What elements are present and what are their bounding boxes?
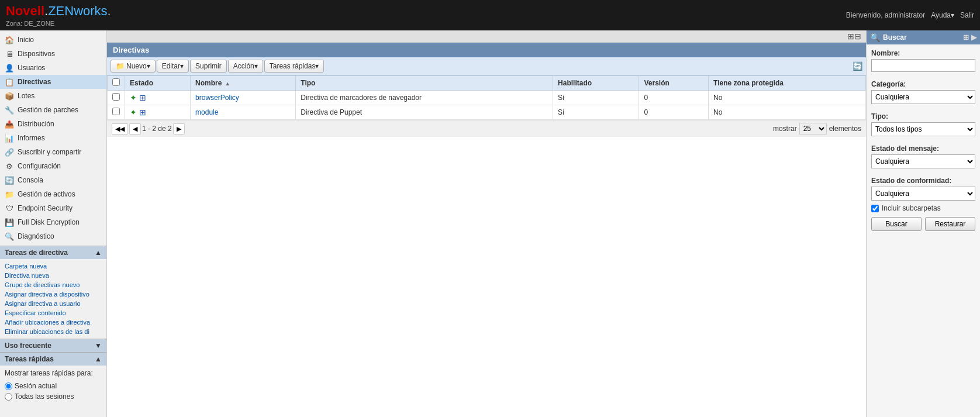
row-version-2: 0 [639,105,709,120]
row-estado-1: ✦ ⊞ [125,91,191,105]
sidebar-item-gestion_activos[interactable]: 📁Gestión de activos [0,187,106,201]
tareas-link[interactable]: Especificar contenido [5,308,102,318]
row-checkbox-2[interactable] [112,108,120,115]
row-checkbox-cell-1 [108,91,125,105]
tareas-link[interactable]: Carpeta nueva [5,261,102,271]
close-panel-icon[interactable]: ▶ [971,33,976,42]
endpoint-icon: 🛡 [5,204,14,213]
accion-label: Acción▾ [233,62,258,70]
select-all-header[interactable] [108,76,125,91]
estado-conformidad-select[interactable]: Cualquiera [871,187,975,201]
row-nombre-2: module [191,105,296,120]
row-habilitado-2: Sí [553,105,639,120]
directivas-icon: 📋 [5,77,14,87]
page-size-select[interactable]: 25 50 100 [799,123,827,135]
suscribir-icon: 🔗 [5,147,14,157]
sidebar-item-label-usuarios: Usuarios [18,64,45,72]
incluir-subcarpetas-checkbox[interactable] [871,205,879,212]
suprimir-button[interactable]: Suprimir [190,60,227,73]
categoria-select[interactable]: Cualquiera [871,90,975,104]
first-page-btn[interactable]: ◀◀ [112,123,128,135]
sidebar-item-usuarios[interactable]: 👤Usuarios [0,61,106,75]
sidebar-item-directivas[interactable]: 📋Directivas [0,75,106,89]
tareas-link[interactable]: Eliminar ubicaciones de las di [5,327,102,336]
nombre-input[interactable] [871,59,975,72]
data-table: Estado Nombre ▲ Tipo Habilitado Versión … [107,75,866,120]
help-link[interactable]: Ayuda▾ [931,11,954,19]
sidebar-item-configuracion[interactable]: ⚙Configuración [0,159,106,173]
nombre-link-1[interactable]: browserPolicy [195,94,239,102]
col-version: Versión [639,76,709,91]
radio-0[interactable] [5,382,12,390]
tareas-link[interactable]: Añadir ubicaciones a directiva [5,318,102,327]
header-right: Bienvenido, administrator Ayuda▾ Salir [846,11,974,19]
estado-icon-2: ✦ [130,108,137,117]
estado-mensaje-label: Estado del mensaje: [871,144,975,153]
row-zona-2: No [709,105,866,120]
tareas-link[interactable]: Asignar directiva a dispositivo [5,290,102,299]
radio-1[interactable] [5,393,12,401]
editar-button[interactable]: Editar▾ [157,60,189,73]
row-checkbox-1[interactable] [112,93,120,101]
uso-frecuente-section[interactable]: Uso frecuente ▼ [0,339,106,352]
row-estado-2: ✦ ⊞ [125,105,191,120]
diagnostico-icon: 🔍 [5,232,14,241]
tareas-link[interactable]: Directiva nueva [5,271,102,280]
header: Novell.ZENworks. Zona: DE_ZONE Bienvenid… [0,0,980,30]
sidebar: 🏠Inicio🖥Dispositivos👤Usuarios📋Directivas… [0,30,107,417]
sidebar-item-label-distribucion: Distribución [18,120,54,128]
logo-dot2: . [108,4,111,19]
row-nombre-1: browserPolicy [191,91,296,105]
search-btn-group: Buscar Restaurar [871,217,975,231]
sidebar-item-dispositivos[interactable]: 🖥Dispositivos [0,47,106,61]
buscar-button[interactable]: Buscar [871,217,922,231]
tareas-link[interactable]: Asignar directiva a usuario [5,299,102,308]
next-page-btn[interactable]: ▶ [173,123,185,135]
tareas-directiva-section[interactable]: Tareas de directiva ▲ [0,246,106,259]
sidebar-item-suscribir[interactable]: 🔗Suscribir y compartir [0,145,106,159]
accion-button[interactable]: Acción▾ [228,60,263,73]
main-content: ⊞⊟ Directivas 📁 Nuevo▾ Editar▾ Suprimir … [107,30,866,417]
estado-mensaje-select[interactable]: Cualquiera [871,154,975,168]
page-nav: ◀◀ ◀ 1 - 2 de 2 ▶ [112,123,185,135]
tareas-link[interactable]: Grupo de directivas nuevo [5,280,102,290]
logout-link[interactable]: Salir [960,11,974,19]
prev-page-btn[interactable]: ◀ [129,123,141,135]
sidebar-item-fde[interactable]: 💾Full Disk Encryption [0,215,106,229]
sidebar-item-label-lotes: Lotes [18,92,34,100]
col-nombre[interactable]: Nombre ▲ [191,76,296,91]
expand-icon[interactable]: ⊞ [963,33,969,42]
refresh-button[interactable]: 🔄 [853,61,862,71]
tareas-rapidas-section[interactable]: Tareas rápidas ▲ [0,352,106,366]
sidebar-item-endpoint[interactable]: 🛡Endpoint Security [0,201,106,215]
restaurar-button[interactable]: Restaurar [925,217,975,231]
view-icon[interactable]: ⊞⊟ [847,32,861,41]
sidebar-item-lotes[interactable]: 📦Lotes [0,89,106,103]
sidebar-item-gestion_parches[interactable]: 🔧Gestión de parches [0,103,106,117]
select-all-checkbox[interactable] [112,78,120,86]
tipo-select[interactable]: Todos los tipos [871,122,975,136]
editar-label: Editar▾ [162,62,184,70]
tareas-directiva-collapse: ▲ [95,249,102,257]
logo-zenworks: ZENworks [48,4,107,19]
nombre-link-2[interactable]: module [195,108,218,116]
col-tipo: Tipo [296,76,553,91]
logo: Novell.ZENworks. [6,4,111,19]
radio-item-1: Todas las sesiones [5,391,102,402]
sidebar-item-label-gestion_parches: Gestión de parches [18,106,78,114]
sidebar-item-distribucion[interactable]: 📤Distribución [0,117,106,131]
sidebar-item-informes[interactable]: 📊Informes [0,131,106,145]
sidebar-item-diagnostico[interactable]: 🔍Diagnóstico [0,229,106,243]
sidebar-item-label-endpoint: Endpoint Security [18,204,73,212]
tareas-rapidas-button[interactable]: Tareas rápidas▾ [264,60,325,73]
mostrar-label: Mostrar tareas rápidas para: [5,368,102,378]
right-panel: 🔍 Buscar ⊞ ▶ Nombre: Categoría: Cualquie… [866,30,980,417]
sidebar-item-label-suscribir: Suscribir y compartir [18,148,81,156]
estado-conformidad-label: Estado de conformidad: [871,177,975,185]
tipo-label: Tipo: [871,112,975,120]
nuevo-button[interactable]: 📁 Nuevo▾ [111,60,156,73]
sidebar-item-consola[interactable]: 🔄Consola [0,173,106,187]
col-zona: Tiene zona protegida [709,76,866,91]
radio-label-1: Todas las sesiones [15,392,74,401]
sidebar-item-inicio[interactable]: 🏠Inicio [0,33,106,47]
